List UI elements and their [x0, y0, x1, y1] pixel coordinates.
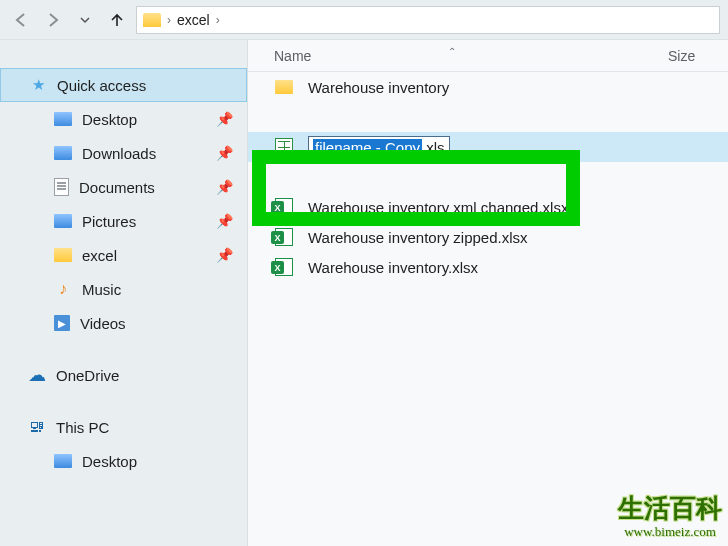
documents-icon — [54, 178, 69, 196]
xlsx-icon — [275, 198, 293, 216]
pictures-icon — [54, 214, 72, 228]
xlsx-icon — [275, 258, 293, 276]
watermark-text: 生活百科 — [618, 493, 722, 524]
desktop-icon — [54, 112, 72, 126]
sidebar-item-videos[interactable]: ▶ Videos — [0, 306, 247, 340]
forward-button[interactable] — [40, 7, 66, 33]
watermark-url: www.bimeiz.com — [618, 524, 722, 540]
music-icon: ♪ — [54, 280, 72, 298]
sidebar-item-label: Videos — [80, 315, 126, 332]
sidebar-item-label: Pictures — [82, 213, 136, 230]
back-button[interactable] — [8, 7, 34, 33]
sidebar-item-music[interactable]: ♪ Music — [0, 272, 247, 306]
sidebar-item-documents[interactable]: Documents 📌 — [0, 170, 247, 204]
chevron-right-icon: › — [167, 13, 171, 27]
list-item[interactable]: Warehouse inventory xml changed.xlsx — [248, 192, 728, 222]
rename-selected-text: filename - Copy — [313, 139, 422, 156]
file-name: Warehouse inventory zipped.xlsx — [308, 229, 528, 246]
arrow-left-icon — [13, 12, 29, 28]
sidebar-item-label: Desktop — [82, 111, 137, 128]
pin-icon: 📌 — [216, 111, 233, 127]
chevron-down-icon — [79, 14, 91, 26]
up-button[interactable] — [104, 7, 130, 33]
list-item[interactable]: Warehouse inventory zipped.xlsx — [248, 222, 728, 252]
sidebar-this-pc[interactable]: 🖳 This PC — [0, 410, 247, 444]
sidebar-item-label: Documents — [79, 179, 155, 196]
downloads-icon — [54, 146, 72, 160]
file-name: Warehouse inventory — [308, 79, 449, 96]
sidebar-item-label: Downloads — [82, 145, 156, 162]
sidebar-onedrive[interactable]: ☁ OneDrive — [0, 358, 247, 392]
desktop-icon — [54, 454, 72, 468]
sidebar-item-desktop[interactable]: Desktop 📌 — [0, 102, 247, 136]
sidebar-item-label: excel — [82, 247, 117, 264]
sort-indicator-icon: ⌃ — [448, 46, 456, 57]
sidebar: ★ Quick access Desktop 📌 Downloads 📌 Doc… — [0, 40, 248, 546]
sidebar-item-excel[interactable]: excel 📌 — [0, 238, 247, 272]
folder-icon — [275, 80, 293, 94]
column-name-label: Name — [274, 48, 311, 64]
xlsx-icon — [275, 228, 293, 246]
xls-icon — [275, 138, 293, 156]
folder-icon — [143, 13, 161, 27]
list-item[interactable]: Warehouse inventory — [248, 72, 728, 102]
pin-icon: 📌 — [216, 145, 233, 161]
main-area: ★ Quick access Desktop 📌 Downloads 📌 Doc… — [0, 40, 728, 546]
file-name: Warehouse inventory xml changed.xlsx — [308, 199, 568, 216]
toolbar: › excel › — [0, 0, 728, 40]
pc-icon: 🖳 — [28, 418, 46, 436]
list-item[interactable]: Warehouse inventory.xlsx — [248, 252, 728, 282]
column-size-label: Size — [668, 48, 695, 64]
pin-icon: 📌 — [216, 247, 233, 263]
sidebar-item-label: Quick access — [57, 77, 146, 94]
address-bar[interactable]: › excel › — [136, 6, 720, 34]
rename-input[interactable]: filename - Copy.xls — [308, 136, 450, 158]
chevron-right-icon: › — [216, 13, 220, 27]
column-headers: Name ⌃ Size — [248, 40, 728, 72]
list-item-renaming[interactable]: filename - Copy.xls — [248, 132, 728, 162]
file-pane: Name ⌃ Size Warehouse inventory hidden f… — [248, 40, 728, 546]
videos-icon: ▶ — [54, 315, 70, 331]
sidebar-item-label: This PC — [56, 419, 109, 436]
sidebar-quick-access[interactable]: ★ Quick access — [0, 68, 247, 102]
sidebar-item-desktop2[interactable]: Desktop — [0, 444, 247, 478]
sidebar-item-label: OneDrive — [56, 367, 119, 384]
file-name: Warehouse inventory.xlsx — [308, 259, 478, 276]
column-size[interactable]: Size — [668, 48, 728, 64]
arrow-up-icon — [109, 12, 125, 28]
column-name[interactable]: Name ⌃ — [274, 48, 668, 64]
recent-dropdown[interactable] — [72, 7, 98, 33]
star-icon: ★ — [29, 76, 47, 94]
pin-icon: 📌 — [216, 213, 233, 229]
breadcrumb[interactable]: excel — [177, 12, 210, 28]
arrow-right-icon — [45, 12, 61, 28]
sidebar-item-pictures[interactable]: Pictures 📌 — [0, 204, 247, 238]
sidebar-item-downloads[interactable]: Downloads 📌 — [0, 136, 247, 170]
rename-extension: .xls — [422, 139, 445, 156]
sidebar-item-label: Desktop — [82, 453, 137, 470]
watermark: 生活百科 www.bimeiz.com — [618, 493, 722, 540]
sidebar-item-label: Music — [82, 281, 121, 298]
pin-icon: 📌 — [216, 179, 233, 195]
cloud-icon: ☁ — [28, 366, 46, 384]
folder-icon — [54, 248, 72, 262]
